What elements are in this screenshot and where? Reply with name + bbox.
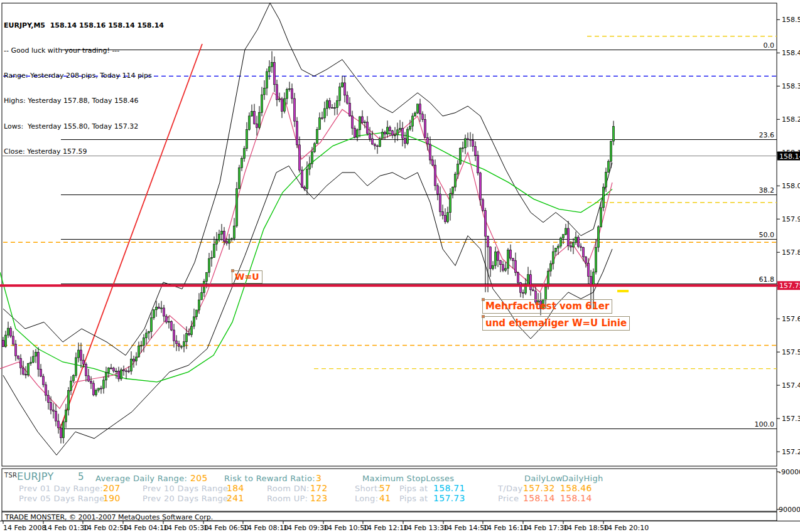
candle-down [372, 139, 374, 144]
time-axis-label: 14 Feb 02:50 [83, 524, 128, 532]
candle-down [10, 328, 12, 336]
time-axis-label: 14 Feb 2008 [3, 524, 46, 532]
candle-up [261, 95, 263, 112]
candle-down [517, 273, 519, 283]
fib-level-label: 100.0 [755, 420, 775, 428]
annotation-mehrfachtest-label[interactable]: Mehrfachtest vom 61er [482, 299, 612, 314]
candle-down [90, 381, 92, 383]
fib-level-label: 23.6 [759, 131, 775, 139]
candle-down [296, 121, 298, 145]
candle-up [460, 149, 462, 164]
panel-period: 5 [78, 471, 84, 482]
candle-up [342, 83, 343, 87]
candle-down [301, 170, 303, 187]
candle-up [28, 363, 30, 375]
candle-down [520, 282, 522, 292]
candle-up [241, 159, 243, 168]
candle-down [158, 307, 160, 309]
candle-up [279, 99, 281, 100]
candle-down [522, 292, 524, 293]
panel-symbol: EURJPY [17, 471, 54, 482]
candle-down [111, 368, 112, 369]
long-stop-price: 157.73 [433, 493, 465, 503]
candle-up [316, 129, 318, 144]
candle-down [123, 370, 125, 371]
candle-up [156, 307, 158, 310]
candle-down [352, 116, 354, 128]
time-axis-label: 14 Feb 14:50 [443, 524, 489, 532]
candle-up [364, 122, 366, 122]
time-axis-label: 14 Feb 10:50 [323, 524, 369, 532]
candle-up [397, 130, 399, 135]
candle-down [578, 237, 580, 247]
prev05-label: Prev 05 Days Range: [19, 494, 107, 503]
rr-label: Risk to Reward Ratio: [224, 474, 315, 483]
candle-up [266, 72, 268, 88]
candle-down [374, 144, 376, 146]
time-axis-label: 14 Feb 04:10 [123, 524, 168, 532]
candle-up [208, 258, 210, 272]
price-axis-label: 157.65 [782, 315, 800, 323]
candle-down [502, 265, 504, 270]
candle-up [319, 118, 321, 130]
candle-down [291, 88, 293, 98]
candle-down [472, 141, 474, 147]
candle-down [435, 165, 436, 186]
candle-up [251, 111, 253, 116]
candle-down [445, 215, 446, 221]
room-dn-value: 172 [310, 483, 328, 493]
adr-value: 205 [190, 473, 208, 483]
candle-up [271, 63, 273, 67]
candle-down [274, 63, 276, 85]
candle-up [216, 240, 218, 244]
candle-up [450, 194, 451, 213]
candle-up [608, 161, 610, 172]
prev10-label: Prev 10 Days Range: [143, 484, 231, 493]
candle-down [93, 383, 95, 395]
candle-down [427, 137, 429, 144]
rr-value: 3 [316, 473, 322, 483]
time-axis-label: 14 Feb 20:10 [603, 524, 649, 532]
candle-down [188, 334, 190, 335]
candle-up [505, 269, 507, 270]
candle-down [85, 364, 87, 376]
candle-up [201, 293, 203, 300]
candle-down [329, 100, 331, 107]
candle-down [402, 129, 404, 139]
candle-up [563, 235, 565, 238]
candle-up [30, 362, 32, 363]
candle-up [70, 381, 72, 390]
candle-down [580, 247, 582, 248]
candle-down [166, 316, 168, 322]
candle-down [3, 341, 4, 347]
prev20-value: 241 [227, 493, 244, 503]
candle-up [35, 352, 37, 356]
candle-up [148, 332, 150, 333]
candle-up [103, 380, 105, 388]
candle-up [198, 300, 200, 310]
candle-up [573, 243, 575, 247]
candle-up [455, 174, 457, 187]
candle-down [440, 194, 441, 211]
candle-down [422, 114, 424, 120]
candle-up [394, 135, 396, 136]
annotation-wu-linie-label[interactable]: und ehemaliger W=U Linie [482, 316, 630, 331]
candle-up [527, 275, 529, 286]
candle-up [75, 358, 77, 376]
support-resistance-line [0, 284, 777, 287]
candle-down [58, 421, 60, 428]
candle-down [532, 290, 534, 291]
candle-up [63, 422, 65, 438]
candle-down [224, 231, 225, 241]
candle-down [512, 258, 514, 261]
annotation-wu-label[interactable]: W=U [232, 270, 262, 284]
candle-down [485, 211, 487, 237]
candle-up [382, 132, 384, 139]
candle-up [311, 152, 313, 164]
candle-down [48, 395, 50, 402]
candle-up [553, 252, 554, 263]
candle-up [447, 213, 449, 222]
candle-down [500, 260, 502, 265]
candle-up [181, 346, 183, 347]
candle-up [309, 164, 311, 169]
